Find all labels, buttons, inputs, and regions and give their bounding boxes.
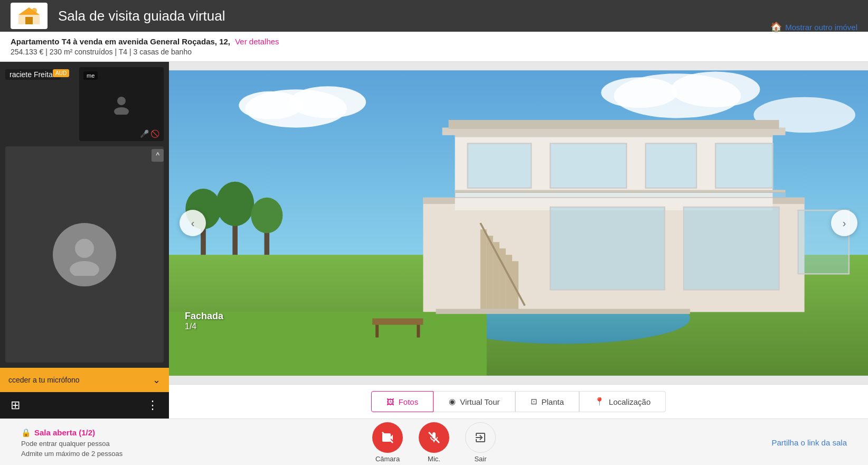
- svg-rect-52: [436, 309, 690, 314]
- chevron-down-icon: ⌄: [153, 374, 161, 386]
- svg-rect-29: [715, 144, 772, 188]
- aud-badge: AUD: [53, 69, 69, 77]
- virtual-tour-icon: ◉: [449, 397, 456, 406]
- share-section: Partilha o link da sala: [688, 438, 847, 447]
- exit-control: Sair: [465, 422, 496, 463]
- svg-rect-43: [372, 319, 423, 325]
- room-info-2: Admite um máximo de 2 pessoas: [21, 450, 180, 458]
- tab-fotos[interactable]: 🖼 Fotos: [371, 391, 434, 412]
- planta-icon: ⊡: [531, 397, 537, 406]
- video-panel: raciete Freitas AUD me 🎤 🚫 ^: [0, 62, 169, 418]
- bottom-bar: 🔒 Sala aberta (1/2) Pode entrar qualquer…: [0, 418, 868, 465]
- localizacao-icon: 📍: [595, 397, 605, 406]
- svg-point-49: [251, 198, 282, 233]
- property-image: [169, 62, 868, 384]
- mic-warning-text: cceder a tu micrófono: [8, 376, 80, 384]
- cam-muted-icon: 🚫: [150, 129, 159, 138]
- property-details: 254.133 € | 230 m² construídos | T4 | 3 …: [11, 48, 857, 56]
- room-info-section: 🔒 Sala aberta (1/2) Pode entrar qualquer…: [21, 428, 180, 458]
- svg-rect-3: [25, 17, 33, 24]
- svg-rect-27: [550, 144, 626, 188]
- photo-tabs: 🖼 Fotos ◉ Virtual Tour ⊡ Planta 📍 Locali…: [169, 384, 868, 418]
- svg-rect-36: [499, 248, 506, 312]
- svg-rect-41: [455, 192, 786, 198]
- svg-point-8: [70, 261, 99, 276]
- page-title: Sala de visita guiada virtual: [58, 8, 225, 24]
- camera-button[interactable]: [372, 422, 403, 453]
- house-icon: 🏠: [770, 21, 782, 33]
- tab-planta[interactable]: ⊡ Planta: [515, 391, 580, 412]
- tab-fotos-label: Fotos: [399, 397, 419, 406]
- camera-control: Câmara: [372, 422, 403, 463]
- main-content: raciete Freitas AUD me 🎤 🚫 ^: [0, 62, 868, 418]
- svg-point-4: [32, 8, 37, 13]
- video-panel-top: raciete Freitas AUD me 🎤 🚫: [0, 62, 169, 146]
- scroll-up-button[interactable]: ^: [152, 149, 164, 162]
- svg-rect-28: [646, 144, 696, 188]
- svg-rect-31: [684, 207, 779, 290]
- participant-name: raciete Freitas: [5, 69, 61, 80]
- svg-point-15: [601, 77, 677, 108]
- image-container: ‹ › Fachada 1/4: [169, 62, 868, 384]
- svg-rect-25: [449, 120, 779, 129]
- controls-row: Câmara Mic. Sair: [372, 422, 496, 463]
- logo: [11, 3, 48, 29]
- svg-rect-44: [375, 325, 379, 338]
- property-details-link[interactable]: Ver detalhes: [235, 37, 279, 46]
- participant-avatar-area: [5, 146, 164, 362]
- mic-warning-bar[interactable]: cceder a tu micrófono ⌄: [0, 368, 169, 392]
- exit-button[interactable]: [465, 422, 496, 453]
- camera-label: Câmara: [375, 455, 400, 463]
- tab-virtual-tour[interactable]: ◉ Virtual Tour: [433, 391, 515, 412]
- mic-control: Mic.: [419, 422, 449, 463]
- svg-point-47: [216, 182, 254, 226]
- property-bar: 🏠 Mostrar outro imóvel Apartamento T4 à …: [0, 32, 868, 62]
- lock-icon: 🔒: [21, 428, 31, 438]
- svg-point-5: [117, 97, 126, 105]
- svg-point-12: [239, 91, 302, 119]
- more-options-button[interactable]: ⋮: [147, 398, 158, 412]
- svg-rect-34: [487, 236, 493, 312]
- svg-point-6: [114, 107, 129, 115]
- svg-rect-37: [506, 255, 512, 312]
- exit-label: Sair: [474, 455, 486, 463]
- share-link[interactable]: Partilha o link da sala: [771, 438, 847, 447]
- prev-image-button[interactable]: ‹: [180, 210, 206, 236]
- svg-rect-33: [480, 229, 487, 312]
- image-counter: 1/4: [185, 322, 223, 331]
- image-label: Fachada 1/4: [185, 311, 223, 331]
- tab-localizacao[interactable]: 📍 Localização: [579, 391, 666, 412]
- header: Sala de visita guiada virtual: [0, 0, 868, 32]
- svg-point-7: [75, 239, 94, 258]
- svg-rect-45: [417, 325, 420, 338]
- controls-section: Câmara Mic. Sair: [180, 422, 688, 463]
- participant-avatar: [53, 223, 116, 286]
- mic-button[interactable]: [419, 422, 449, 453]
- property-title: Apartamento T4 à venda em avenida Genera…: [11, 37, 857, 46]
- svg-rect-30: [550, 207, 665, 290]
- svg-point-14: [671, 72, 760, 107]
- property-image-area: ‹ › Fachada 1/4 🖼 Fotos ◉ Virtual Tour ⊡…: [169, 62, 868, 418]
- show-other-property-link[interactable]: 🏠 Mostrar outro imóvel: [770, 21, 857, 33]
- mic-label: Mic.: [428, 455, 440, 463]
- next-image-button[interactable]: ›: [831, 210, 857, 236]
- svg-rect-40: [455, 190, 786, 192]
- grid-view-button[interactable]: ⊞: [11, 398, 20, 412]
- tab-virtual-tour-label: Virtual Tour: [460, 397, 499, 406]
- tab-planta-label: Planta: [542, 397, 564, 406]
- me-label: me: [83, 71, 98, 80]
- image-label-title: Fachada: [185, 311, 223, 322]
- mic-muted-icon: 🎤: [140, 129, 149, 138]
- video-toolbar: ⊞ ⋮: [0, 392, 169, 418]
- room-info-1: Pode entrar qualquer pessoa: [21, 440, 180, 448]
- room-status-text: Sala aberta (1/2): [34, 428, 95, 437]
- fotos-icon: 🖼: [386, 397, 394, 406]
- self-video: me 🎤 🚫: [79, 67, 164, 141]
- tab-localizacao-label: Localização: [609, 397, 650, 406]
- room-status: 🔒 Sala aberta (1/2): [21, 428, 180, 438]
- svg-rect-26: [468, 144, 531, 188]
